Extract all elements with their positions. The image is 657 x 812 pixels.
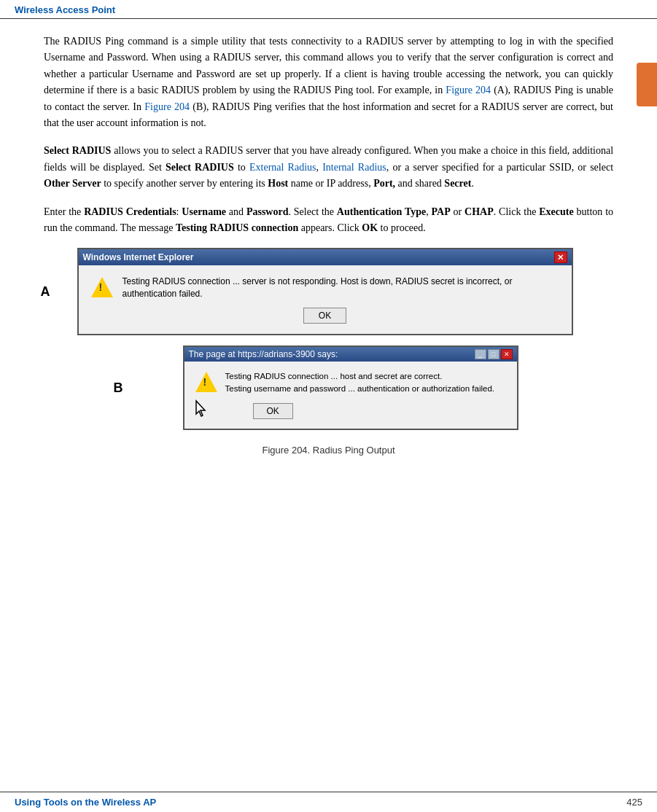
- dialog-a-wrapper: A Windows Internet Explorer ✕ Testing RA…: [77, 248, 580, 335]
- dialog-b-minimize[interactable]: _: [475, 349, 486, 359]
- paragraph-2: Select RADIUS allows you to select a RAD…: [44, 143, 613, 192]
- warning-triangle-b: [195, 372, 217, 392]
- dialog-b-title: The page at https://adrians-3900 says:: [189, 349, 338, 359]
- pap-bold: PAP: [432, 206, 451, 217]
- warning-icon-b: [195, 370, 218, 394]
- dialog-ie: Windows Internet Explorer ✕ Testing RADI…: [77, 248, 573, 335]
- cursor-icon: [195, 399, 209, 420]
- ok-bold: OK: [362, 222, 378, 233]
- auth-type-bold: Authentication Type: [337, 206, 426, 217]
- page-header: Wireless Access Point: [0, 0, 657, 19]
- internal-radius-link[interactable]: Internal Radius: [322, 162, 386, 173]
- dialog-ie-close[interactable]: ✕: [554, 251, 567, 263]
- dialog-ie-message: Testing RADIUS connection ... server is …: [123, 276, 560, 300]
- dialog-ie-ok[interactable]: OK: [303, 308, 346, 324]
- select-radius-bold2: Select RADIUS: [166, 162, 234, 173]
- para3-text1: Enter the RADIUS Credentials: Username a…: [44, 206, 613, 233]
- dialog-b-messages: Testing RADIUS connection ... host and s…: [225, 370, 495, 396]
- external-radius-link[interactable]: External Radius: [249, 162, 316, 173]
- label-a: A: [41, 284, 50, 300]
- dialog-ie-titlebar: Windows Internet Explorer ✕: [79, 249, 572, 265]
- dialog-ie-message-row: Testing RADIUS connection ... server is …: [90, 276, 560, 300]
- chap-bold: CHAP: [464, 206, 494, 217]
- dialog-b-body: Testing RADIUS connection ... host and s…: [184, 362, 517, 429]
- username-bold: Username: [182, 206, 226, 217]
- footer-left: Using Tools on the Wireless AP: [15, 797, 156, 808]
- dialog-ie-title: Windows Internet Explorer: [83, 252, 194, 262]
- dialog-b: The page at https://adrians-3900 says: _…: [183, 346, 518, 431]
- paragraph-3: Enter the RADIUS Credentials: Username a…: [44, 204, 613, 237]
- execute-bold: Execute: [539, 206, 573, 217]
- figure-caption: Figure 204. Radius Ping Output: [262, 445, 394, 456]
- header-title: Wireless Access Point: [15, 4, 115, 15]
- password-bold: Password: [246, 206, 289, 217]
- page-footer: Using Tools on the Wireless AP 425: [0, 792, 657, 812]
- dialog-b-controls: _ □ ✕: [475, 349, 513, 359]
- dialog-b-close[interactable]: ✕: [501, 349, 513, 359]
- dialog-b-wrapper: B The page at https://adrians-3900 says:…: [77, 346, 580, 431]
- figures-wrapper: A Windows Internet Explorer ✕ Testing RA…: [44, 248, 613, 456]
- dialog-b-message-row: Testing RADIUS connection ... host and s…: [195, 370, 507, 396]
- select-radius-label: Select RADIUS: [44, 145, 111, 156]
- dialog-b-bottom: OK: [195, 399, 507, 420]
- figure204-link-2[interactable]: Figure 204: [144, 101, 190, 112]
- side-tab: [637, 63, 657, 106]
- page-container: Wireless Access Point The RADIUS Ping co…: [0, 0, 657, 812]
- dialog-ie-body: Testing RADIUS connection ... server is …: [79, 265, 572, 334]
- dialog-b-ok[interactable]: OK: [253, 403, 293, 419]
- svg-marker-0: [196, 401, 205, 416]
- dialog-b-titlebar: The page at https://adrians-3900 says: _…: [184, 347, 517, 362]
- warning-icon-a: [90, 276, 114, 299]
- paragraph-1: The RADIUS Ping command is a simple util…: [44, 34, 613, 131]
- label-b: B: [114, 380, 123, 396]
- figure204-link-1[interactable]: Figure 204: [446, 85, 491, 95]
- dialog-b-msg1: Testing RADIUS connection ... host and s…: [225, 370, 495, 383]
- para2-comma: ,: [316, 162, 322, 173]
- host-bold: Host: [268, 178, 288, 189]
- testing-msg-bold: Testing RADIUS connection: [176, 222, 298, 233]
- secret-bold: Secret: [444, 178, 471, 189]
- dialog-b-msg2: Testing username and password ... authen…: [225, 383, 495, 395]
- warning-triangle-a: [91, 277, 113, 297]
- dialog-b-restore[interactable]: □: [488, 349, 499, 359]
- content-area: The RADIUS Ping command is a simple util…: [0, 19, 657, 792]
- footer-right: 425: [626, 797, 642, 808]
- port-bold: Port,: [373, 178, 395, 189]
- radius-credentials-bold: RADIUS Credentials: [84, 206, 176, 217]
- other-server-bold: Other Server: [44, 178, 101, 189]
